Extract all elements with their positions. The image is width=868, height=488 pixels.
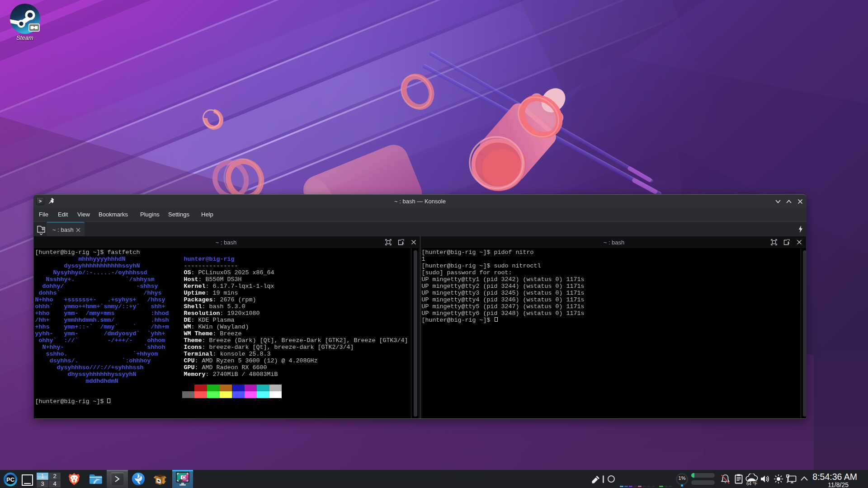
svg-text:PC: PC xyxy=(6,476,15,483)
